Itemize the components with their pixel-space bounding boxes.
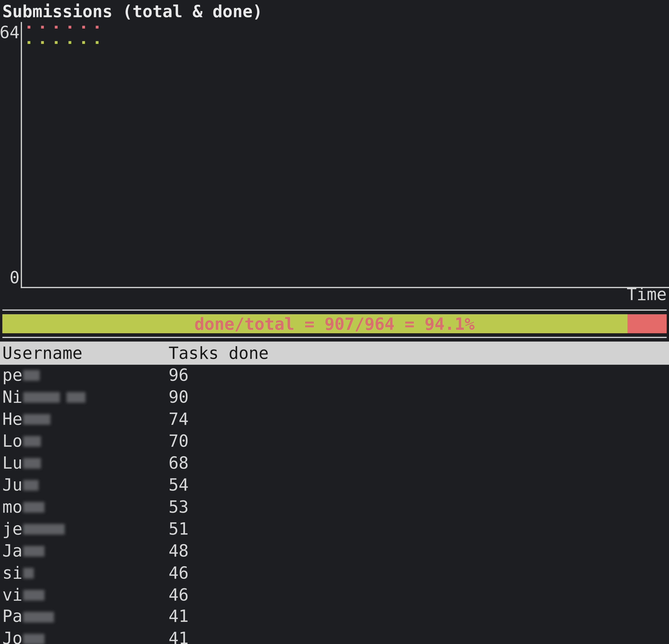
tasks-done-cell: 74 xyxy=(169,409,667,431)
table-body: pe96Ni 90He74Lo70Lu68Ju54mo53je51Ja48si4… xyxy=(0,365,669,644)
username-cell: si xyxy=(2,562,169,584)
username-cell: Jo xyxy=(2,628,169,644)
username-prefix: Ja xyxy=(2,540,23,562)
username-cell: pe xyxy=(2,365,169,387)
table-row: Pa41 xyxy=(0,606,669,628)
username-prefix: Ju xyxy=(2,474,23,496)
tasks-done-cell: 48 xyxy=(169,540,667,562)
table-row: Ni 90 xyxy=(0,387,669,409)
username-cell: vi xyxy=(2,584,169,606)
redacted-text xyxy=(66,392,85,403)
username-cell: Ju xyxy=(2,474,169,496)
table-row: Lo70 xyxy=(0,431,669,452)
chart-title: Submissions (total & done) xyxy=(0,0,669,22)
col-header-tasks: Tasks done xyxy=(169,343,667,364)
redacted-text xyxy=(23,502,44,513)
username-prefix: Lo xyxy=(2,431,23,452)
username-cell: Lo xyxy=(2,431,169,452)
redacted-text xyxy=(23,590,44,601)
table-row: pe96 xyxy=(0,365,669,387)
table-row: Jo41 xyxy=(0,628,669,644)
chart-area: 964 0 ⠁⠁⠁⠁⠁⠁ ⠁⠁⠁⠁⠁⠁ Time xyxy=(0,22,669,288)
tasks-done-cell: 46 xyxy=(169,584,667,606)
username-prefix: vi xyxy=(2,584,23,606)
table-row: mo53 xyxy=(0,496,669,518)
y-min-label: 0 xyxy=(10,267,20,288)
redacted-text xyxy=(23,568,33,579)
chart-plot: ⠁⠁⠁⠁⠁⠁ ⠁⠁⠁⠁⠁⠁ Time xyxy=(21,22,669,288)
username-cell: Ja xyxy=(2,540,169,562)
username-cell: je xyxy=(2,518,169,540)
redacted-text xyxy=(23,524,65,535)
tasks-done-cell: 53 xyxy=(169,496,667,518)
redacted-text xyxy=(23,414,50,425)
table-row: je51 xyxy=(0,518,669,540)
redacted-text xyxy=(23,436,41,447)
tasks-done-cell: 41 xyxy=(169,628,667,644)
tasks-done-cell: 46 xyxy=(169,562,667,584)
tasks-done-cell: 54 xyxy=(169,474,667,496)
redacted-text xyxy=(23,546,44,557)
username-prefix: mo xyxy=(2,496,23,518)
tasks-done-cell: 68 xyxy=(169,452,667,474)
username-cell: Ni xyxy=(2,387,169,409)
table-row: Ja48 xyxy=(0,540,669,562)
divider xyxy=(2,337,667,338)
redacted-text xyxy=(23,458,41,469)
redacted-text xyxy=(23,480,38,491)
table-row: si46 xyxy=(0,562,669,584)
username-cell: mo xyxy=(2,496,169,518)
redacted-text xyxy=(23,612,54,622)
divider xyxy=(2,309,667,311)
progress-text: done/total = 907/964 = 94.1% xyxy=(195,313,475,334)
tasks-done-cell: 70 xyxy=(169,431,667,452)
redacted-text xyxy=(23,370,40,381)
username-cell: Pa xyxy=(2,606,169,628)
username-prefix: Jo xyxy=(2,628,23,644)
username-prefix: pe xyxy=(2,365,23,387)
username-cell: Lu xyxy=(2,452,169,474)
table-row: vi46 xyxy=(0,584,669,606)
tasks-done-cell: 96 xyxy=(169,365,667,387)
tasks-done-cell: 51 xyxy=(169,518,667,540)
username-prefix: je xyxy=(2,518,23,540)
username-prefix: He xyxy=(2,409,23,431)
username-prefix: si xyxy=(2,562,23,584)
col-header-username: Username xyxy=(2,343,169,364)
redacted-text xyxy=(23,392,60,403)
username-prefix: Ni xyxy=(2,387,23,409)
table-row: Ju54 xyxy=(0,474,669,496)
table-row: He74 xyxy=(0,409,669,431)
username-prefix: Lu xyxy=(2,452,23,474)
username-cell: He xyxy=(2,409,169,431)
tasks-done-cell: 41 xyxy=(169,606,667,628)
redacted-text xyxy=(23,634,44,644)
tasks-done-cell: 90 xyxy=(169,387,667,409)
y-max-label: 964 xyxy=(0,22,20,43)
username-prefix: Pa xyxy=(2,606,23,628)
y-axis: 964 0 xyxy=(0,22,21,288)
progress-bar: done/total = 907/964 = 94.1% xyxy=(2,314,667,333)
table-row: Lu68 xyxy=(0,452,669,474)
table-header: Username Tasks done xyxy=(0,342,669,365)
series-done-dots: ⠁⠁⠁⠁⠁⠁ xyxy=(26,39,108,58)
